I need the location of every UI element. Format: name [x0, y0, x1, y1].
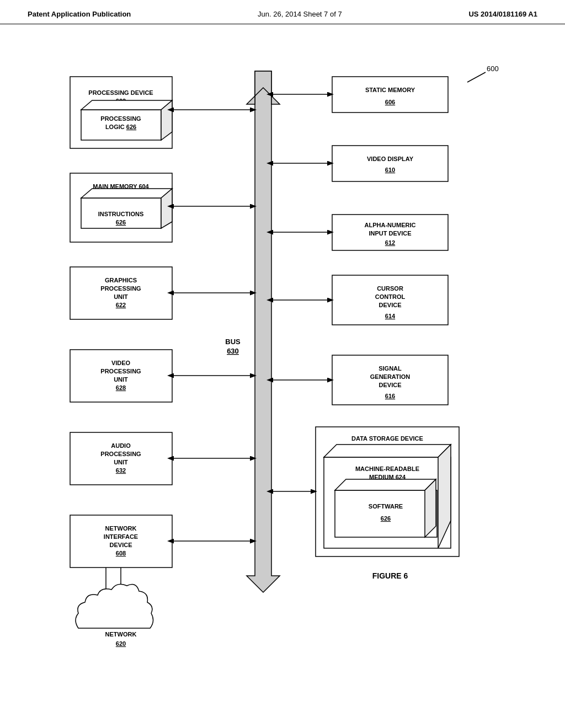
- svg-text:DATA STORAGE DEVICE: DATA STORAGE DEVICE: [351, 435, 423, 442]
- svg-text:630: 630: [227, 347, 239, 355]
- svg-rect-6: [70, 77, 172, 148]
- svg-text:STATIC MEMORY: STATIC MEMORY: [365, 87, 415, 93]
- svg-rect-64: [324, 457, 451, 548]
- svg-text:PROCESSING: PROCESSING: [100, 368, 141, 374]
- svg-text:VIDEO DISPLAY: VIDEO DISPLAY: [367, 156, 414, 162]
- svg-marker-3: [247, 71, 280, 104]
- svg-rect-16: [81, 198, 161, 228]
- header-left: Patent Application Publication: [28, 10, 131, 18]
- svg-text:INTERFACE: INTERFACE: [104, 533, 138, 540]
- svg-rect-47: [332, 215, 448, 250]
- svg-text:UNIT: UNIT: [114, 376, 128, 383]
- svg-text:626: 626: [116, 219, 126, 226]
- svg-rect-31: [70, 432, 172, 485]
- svg-marker-2: [247, 71, 280, 592]
- svg-rect-51: [332, 275, 448, 325]
- header: Patent Application Publication Jun. 26, …: [0, 0, 565, 24]
- svg-text:610: 610: [385, 167, 395, 173]
- svg-marker-65: [324, 445, 451, 457]
- svg-text:AUDIO: AUDIO: [111, 442, 131, 449]
- svg-rect-36: [70, 515, 172, 568]
- svg-marker-66: [438, 445, 451, 548]
- svg-text:BUS: BUS: [225, 338, 241, 346]
- svg-rect-61: [316, 427, 459, 556]
- svg-marker-10: [81, 100, 172, 110]
- svg-text:600: 600: [487, 65, 499, 73]
- svg-marker-18: [161, 189, 172, 228]
- svg-rect-41: [332, 77, 448, 113]
- svg-text:GRAPHICS: GRAPHICS: [105, 277, 137, 283]
- svg-text:NETWORK: NETWORK: [105, 631, 137, 638]
- svg-text:UNIT: UNIT: [114, 459, 128, 465]
- header-center: Jun. 26, 2014 Sheet 7 of 7: [258, 10, 342, 18]
- svg-marker-17: [81, 189, 172, 198]
- svg-rect-44: [332, 146, 448, 181]
- svg-text:PROCESSING: PROCESSING: [100, 451, 141, 457]
- svg-text:SOFTWARE: SOFTWARE: [369, 503, 403, 510]
- svg-rect-14: [70, 173, 172, 242]
- svg-text:606: 606: [385, 99, 395, 105]
- svg-text:PROCESSING DEVICE: PROCESSING DEVICE: [88, 89, 153, 96]
- svg-rect-9: [81, 110, 161, 140]
- svg-text:SIGNAL: SIGNAL: [379, 365, 402, 372]
- diagram: 600 BUS 630 PROCESSING DEVICE 602 PROCES…: [34, 24, 531, 686]
- svg-text:602: 602: [116, 98, 126, 104]
- svg-text:GENERATION: GENERATION: [370, 373, 411, 380]
- svg-text:MEDIUM 624: MEDIUM 624: [369, 474, 406, 480]
- svg-text:PROCESSING: PROCESSING: [100, 115, 141, 122]
- svg-text:INPUT DEVICE: INPUT DEVICE: [369, 230, 411, 237]
- svg-text:INSTRUCTIONS: INSTRUCTIONS: [98, 211, 144, 217]
- svg-text:MAIN MEMORY 604: MAIN MEMORY 604: [93, 183, 149, 190]
- svg-text:PROCESSING: PROCESSING: [100, 285, 141, 292]
- svg-text:NETWORK: NETWORK: [105, 525, 137, 532]
- svg-text:DEVICE: DEVICE: [110, 542, 132, 548]
- svg-line-1: [467, 72, 486, 82]
- svg-rect-56: [332, 355, 448, 405]
- svg-text:DEVICE: DEVICE: [379, 382, 402, 388]
- svg-rect-26: [70, 350, 172, 402]
- svg-text:618: 618: [382, 445, 392, 451]
- svg-text:612: 612: [385, 239, 395, 246]
- svg-text:LOGIC 626: LOGIC 626: [105, 124, 136, 130]
- svg-text:UNIT: UNIT: [114, 293, 128, 300]
- svg-text:DEVICE: DEVICE: [379, 302, 402, 308]
- svg-marker-11: [161, 100, 172, 140]
- svg-text:CURSOR: CURSOR: [377, 285, 403, 292]
- header-right: US 2014/0181169 A1: [468, 10, 537, 18]
- svg-text:FIGURE 6: FIGURE 6: [372, 571, 408, 580]
- svg-text:MACHINE-READABLE: MACHINE-READABLE: [355, 465, 419, 472]
- svg-text:CONTROL: CONTROL: [375, 293, 406, 300]
- svg-text:626: 626: [381, 515, 391, 522]
- svg-text:ALPHA-NUMERIC: ALPHA-NUMERIC: [365, 222, 416, 228]
- svg-text:614: 614: [385, 313, 396, 319]
- svg-rect-69: [335, 490, 437, 537]
- svg-text:620: 620: [116, 640, 126, 647]
- svg-rect-21: [70, 267, 172, 319]
- svg-text:616: 616: [385, 393, 395, 399]
- svg-text:VIDEO: VIDEO: [111, 360, 131, 366]
- svg-text:622: 622: [116, 302, 126, 308]
- svg-text:628: 628: [116, 384, 126, 391]
- page: Patent Application Publication Jun. 26, …: [0, 0, 565, 728]
- svg-marker-71: [425, 479, 436, 537]
- svg-text:632: 632: [116, 467, 126, 474]
- svg-marker-70: [335, 479, 436, 490]
- svg-text:608: 608: [116, 550, 126, 556]
